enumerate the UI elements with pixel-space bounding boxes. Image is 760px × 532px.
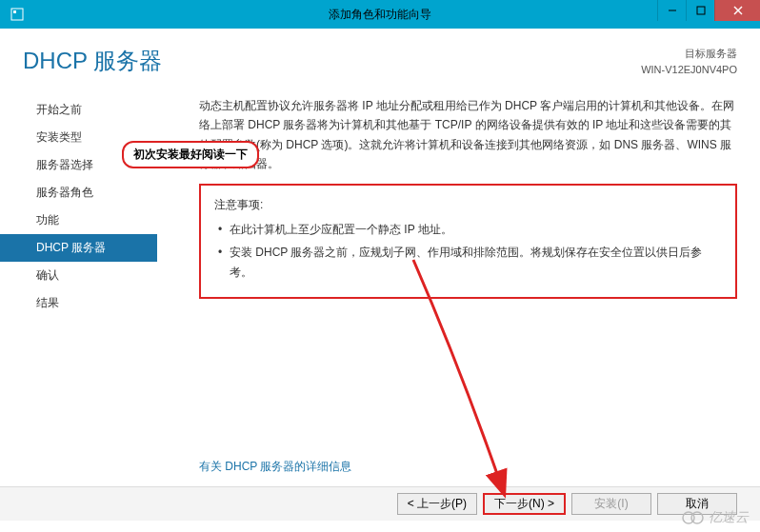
watermark-text: 亿速云 bbox=[709, 509, 749, 526]
notice-item: 在此计算机上至少应配置一个静态 IP 地址。 bbox=[218, 220, 722, 239]
sidebar-item-confirm[interactable]: 确认 bbox=[0, 262, 157, 289]
notice-box: 注意事项: 在此计算机上至少应配置一个静态 IP 地址。 安装 DHCP 服务器… bbox=[199, 184, 737, 300]
header: DHCP 服务器 目标服务器 WIN-V12EJ0NV4PO bbox=[0, 29, 760, 85]
svg-point-8 bbox=[691, 512, 703, 523]
minimize-button[interactable] bbox=[657, 0, 686, 21]
sidebar-item-dhcp-server[interactable]: DHCP 服务器 bbox=[0, 234, 157, 262]
maximize-button[interactable] bbox=[686, 0, 714, 21]
target-name: WIN-V12EJ0NV4PO bbox=[641, 62, 737, 78]
watermark-logo-icon bbox=[682, 510, 705, 525]
notice-list: 在此计算机上至少应配置一个静态 IP 地址。 安装 DHCP 服务器之前，应规划… bbox=[214, 220, 722, 282]
svg-rect-3 bbox=[697, 7, 705, 14]
sidebar-item-server-roles[interactable]: 服务器角色 bbox=[0, 179, 157, 207]
sidebar: 开始之前 安装类型 服务器选择 服务器角色 功能 DHCP 服务器 确认 结果 bbox=[0, 89, 157, 317]
next-button[interactable]: 下一步(N) > bbox=[483, 493, 566, 515]
titlebar: 添加角色和功能向导 bbox=[0, 0, 760, 29]
notice-item: 安装 DHCP 服务器之前，应规划子网、作用域和排除范围。将规划保存在安全位置以… bbox=[218, 243, 722, 282]
window-controls bbox=[657, 0, 760, 21]
prev-button[interactable]: < 上一步(P) bbox=[397, 493, 477, 515]
target-label: 目标服务器 bbox=[641, 46, 737, 62]
sidebar-item-results[interactable]: 结果 bbox=[0, 289, 157, 317]
sidebar-item-features[interactable]: 功能 bbox=[0, 207, 157, 234]
annotation-bubble: 初次安装最好阅读一下 bbox=[122, 141, 259, 168]
close-button[interactable] bbox=[714, 0, 760, 21]
page-title: DHCP 服务器 bbox=[23, 46, 162, 76]
window-title: 添加角色和功能向导 bbox=[329, 7, 431, 23]
content-area: 动态主机配置协议允许服务器将 IP 地址分配或租用给已作为 DHCP 客户端启用… bbox=[157, 89, 760, 317]
notice-title: 注意事项: bbox=[214, 195, 722, 214]
svg-rect-0 bbox=[11, 9, 23, 20]
sidebar-item-before-begin[interactable]: 开始之前 bbox=[0, 96, 157, 124]
more-info-link[interactable]: 有关 DHCP 服务器的详细信息 bbox=[199, 459, 351, 475]
main-area: 开始之前 安装类型 服务器选择 服务器角色 功能 DHCP 服务器 确认 结果 … bbox=[0, 85, 760, 317]
svg-rect-1 bbox=[13, 10, 16, 13]
intro-text: 动态主机配置协议允许服务器将 IP 地址分配或租用给已作为 DHCP 客户端启用… bbox=[199, 96, 737, 174]
install-button: 安装(I) bbox=[571, 493, 651, 515]
watermark: 亿速云 bbox=[682, 509, 749, 526]
app-icon bbox=[6, 3, 29, 26]
target-info: 目标服务器 WIN-V12EJ0NV4PO bbox=[641, 46, 737, 77]
button-bar: < 上一步(P) 下一步(N) > 安装(I) 取消 bbox=[0, 486, 760, 521]
